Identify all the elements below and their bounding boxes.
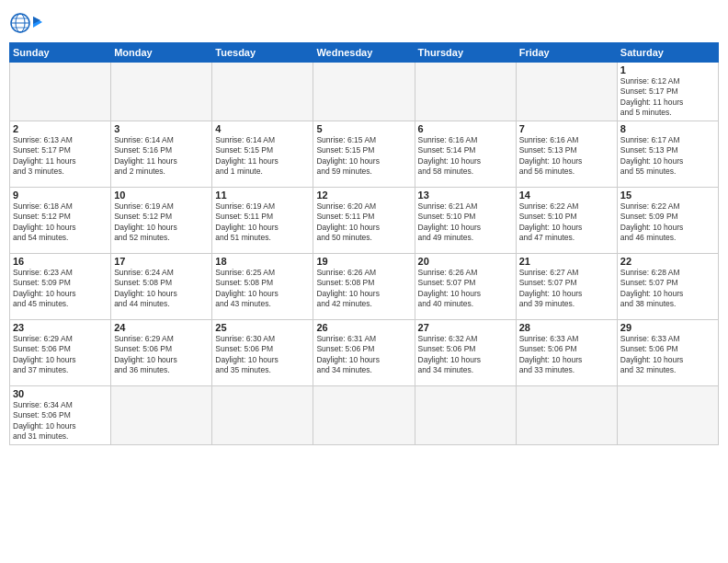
day-info: Sunrise: 6:15 AMSunset: 5:15 PMDaylight:…: [316, 135, 411, 178]
day-number: 7: [519, 123, 614, 134]
day-info: Sunrise: 6:19 AMSunset: 5:12 PMDaylight:…: [114, 201, 209, 244]
day-number: 2: [13, 123, 108, 134]
day-info: Sunrise: 6:14 AMSunset: 5:15 PMDaylight:…: [215, 135, 310, 178]
calendar-week-2: 9Sunrise: 6:18 AMSunset: 5:12 PMDaylight…: [10, 187, 719, 253]
day-number: 21: [519, 256, 614, 267]
day-info: Sunrise: 6:23 AMSunset: 5:09 PMDaylight:…: [13, 268, 108, 310]
calendar-cell: [313, 63, 415, 121]
weekday-header-wednesday: Wednesday: [313, 43, 415, 63]
calendar-week-1: 2Sunrise: 6:13 AMSunset: 5:17 PMDaylight…: [10, 121, 719, 187]
day-info: Sunrise: 6:20 AMSunset: 5:11 PMDaylight:…: [316, 201, 411, 244]
calendar-cell: [415, 385, 516, 444]
day-info: Sunrise: 6:28 AMSunset: 5:07 PMDaylight:…: [620, 268, 715, 310]
day-number: 26: [316, 322, 411, 333]
day-number: 10: [114, 190, 209, 201]
calendar-cell: 18Sunrise: 6:25 AMSunset: 5:08 PMDayligh…: [212, 253, 313, 319]
day-number: 11: [215, 190, 310, 201]
day-info: Sunrise: 6:34 AMSunset: 5:06 PMDaylight:…: [13, 400, 108, 442]
day-number: 15: [620, 190, 715, 201]
calendar-cell: 6Sunrise: 6:16 AMSunset: 5:14 PMDaylight…: [415, 121, 516, 187]
calendar-cell: 1Sunrise: 6:12 AMSunset: 5:17 PMDaylight…: [617, 63, 718, 121]
calendar-cell: 27Sunrise: 6:32 AMSunset: 5:06 PMDayligh…: [415, 319, 516, 385]
calendar-cell: [212, 385, 313, 444]
day-number: 16: [13, 256, 108, 267]
calendar-cell: 3Sunrise: 6:14 AMSunset: 5:16 PMDaylight…: [111, 121, 212, 187]
day-number: 12: [316, 190, 411, 201]
calendar-cell: 8Sunrise: 6:17 AMSunset: 5:13 PMDaylight…: [617, 121, 718, 187]
weekday-header-friday: Friday: [516, 43, 617, 63]
calendar-week-0: 1Sunrise: 6:12 AMSunset: 5:17 PMDaylight…: [10, 63, 719, 121]
day-number: 4: [215, 123, 310, 134]
calendar-week-4: 23Sunrise: 6:29 AMSunset: 5:06 PMDayligh…: [10, 319, 719, 385]
calendar-cell: [516, 385, 617, 444]
calendar-cell: [617, 385, 718, 444]
day-info: Sunrise: 6:25 AMSunset: 5:08 PMDaylight:…: [215, 268, 310, 310]
weekday-header-thursday: Thursday: [415, 43, 516, 63]
calendar-cell: 20Sunrise: 6:26 AMSunset: 5:07 PMDayligh…: [415, 253, 516, 319]
weekday-header-tuesday: Tuesday: [212, 43, 313, 63]
calendar-table: SundayMondayTuesdayWednesdayThursdayFrid…: [9, 42, 719, 445]
calendar-cell: [111, 385, 212, 444]
day-number: 14: [519, 190, 614, 201]
calendar-cell: 10Sunrise: 6:19 AMSunset: 5:12 PMDayligh…: [111, 187, 212, 253]
day-number: 5: [316, 123, 411, 134]
logo-icon: [9, 9, 42, 37]
calendar-cell: 14Sunrise: 6:22 AMSunset: 5:10 PMDayligh…: [516, 187, 617, 253]
calendar-cell: 25Sunrise: 6:30 AMSunset: 5:06 PMDayligh…: [212, 319, 313, 385]
day-info: Sunrise: 6:31 AMSunset: 5:06 PMDaylight:…: [316, 334, 411, 376]
day-info: Sunrise: 6:32 AMSunset: 5:06 PMDaylight:…: [418, 334, 513, 376]
calendar-cell: 23Sunrise: 6:29 AMSunset: 5:06 PMDayligh…: [10, 319, 111, 385]
day-number: 22: [620, 256, 715, 267]
day-info: Sunrise: 6:26 AMSunset: 5:08 PMDaylight:…: [316, 268, 411, 310]
day-info: Sunrise: 6:17 AMSunset: 5:13 PMDaylight:…: [620, 135, 715, 178]
weekday-row: SundayMondayTuesdayWednesdayThursdayFrid…: [10, 43, 719, 63]
day-info: Sunrise: 6:22 AMSunset: 5:09 PMDaylight:…: [620, 201, 715, 244]
day-number: 8: [620, 123, 715, 134]
day-number: 1: [620, 64, 715, 75]
calendar-body: 1Sunrise: 6:12 AMSunset: 5:17 PMDaylight…: [10, 63, 719, 445]
calendar-cell: 11Sunrise: 6:19 AMSunset: 5:11 PMDayligh…: [212, 187, 313, 253]
day-info: Sunrise: 6:33 AMSunset: 5:06 PMDaylight:…: [620, 334, 715, 376]
calendar-header: SundayMondayTuesdayWednesdayThursdayFrid…: [10, 43, 719, 63]
day-number: 6: [418, 123, 513, 134]
day-info: Sunrise: 6:18 AMSunset: 5:12 PMDaylight:…: [13, 201, 108, 244]
day-info: Sunrise: 6:16 AMSunset: 5:13 PMDaylight:…: [519, 135, 614, 178]
calendar-cell: 30Sunrise: 6:34 AMSunset: 5:06 PMDayligh…: [10, 385, 111, 444]
calendar-cell: 5Sunrise: 6:15 AMSunset: 5:15 PMDaylight…: [313, 121, 415, 187]
day-number: 28: [519, 322, 614, 333]
day-info: Sunrise: 6:30 AMSunset: 5:06 PMDaylight:…: [215, 334, 310, 376]
weekday-header-monday: Monday: [111, 43, 212, 63]
calendar-cell: 13Sunrise: 6:21 AMSunset: 5:10 PMDayligh…: [415, 187, 516, 253]
day-info: Sunrise: 6:13 AMSunset: 5:17 PMDaylight:…: [13, 135, 108, 178]
logo: [9, 9, 46, 37]
day-info: Sunrise: 6:33 AMSunset: 5:06 PMDaylight:…: [519, 334, 614, 376]
day-info: Sunrise: 6:22 AMSunset: 5:10 PMDaylight:…: [519, 201, 614, 244]
day-info: Sunrise: 6:21 AMSunset: 5:10 PMDaylight:…: [418, 201, 513, 244]
day-number: 20: [418, 256, 513, 267]
calendar-cell: [313, 385, 415, 444]
day-number: 18: [215, 256, 310, 267]
day-info: Sunrise: 6:12 AMSunset: 5:17 PMDaylight:…: [620, 76, 715, 119]
calendar-cell: [212, 63, 313, 121]
calendar-cell: 4Sunrise: 6:14 AMSunset: 5:15 PMDaylight…: [212, 121, 313, 187]
calendar-cell: [415, 63, 516, 121]
day-info: Sunrise: 6:14 AMSunset: 5:16 PMDaylight:…: [114, 135, 209, 178]
day-number: 19: [316, 256, 411, 267]
calendar-cell: 19Sunrise: 6:26 AMSunset: 5:08 PMDayligh…: [313, 253, 415, 319]
calendar-cell: 17Sunrise: 6:24 AMSunset: 5:08 PMDayligh…: [111, 253, 212, 319]
day-info: Sunrise: 6:26 AMSunset: 5:07 PMDaylight:…: [418, 268, 513, 310]
day-number: 23: [13, 322, 108, 333]
calendar-cell: 2Sunrise: 6:13 AMSunset: 5:17 PMDaylight…: [10, 121, 111, 187]
calendar-cell: 26Sunrise: 6:31 AMSunset: 5:06 PMDayligh…: [313, 319, 415, 385]
day-info: Sunrise: 6:29 AMSunset: 5:06 PMDaylight:…: [114, 334, 209, 376]
calendar-cell: 21Sunrise: 6:27 AMSunset: 5:07 PMDayligh…: [516, 253, 617, 319]
day-number: 29: [620, 322, 715, 333]
calendar-cell: 28Sunrise: 6:33 AMSunset: 5:06 PMDayligh…: [516, 319, 617, 385]
calendar-cell: 22Sunrise: 6:28 AMSunset: 5:07 PMDayligh…: [617, 253, 718, 319]
calendar-cell: [516, 63, 617, 121]
day-number: 3: [114, 123, 209, 134]
day-info: Sunrise: 6:29 AMSunset: 5:06 PMDaylight:…: [13, 334, 108, 376]
calendar-cell: [10, 63, 111, 121]
weekday-header-sunday: Sunday: [10, 43, 111, 63]
calendar-cell: 7Sunrise: 6:16 AMSunset: 5:13 PMDaylight…: [516, 121, 617, 187]
